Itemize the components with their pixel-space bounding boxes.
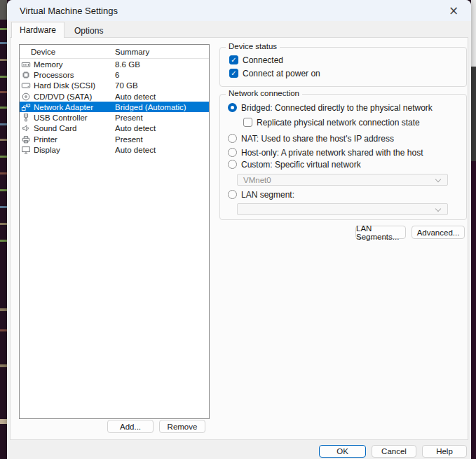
connected-label: Connected bbox=[243, 55, 283, 65]
custom-network-select-value: VMnet0 bbox=[243, 176, 271, 184]
device-status-group: Device status ✓ Connected ✓ Connect at p… bbox=[219, 47, 467, 87]
processor-icon bbox=[21, 70, 32, 80]
connect-at-power-on-label: Connect at power on bbox=[243, 69, 320, 78]
custom-radio-row: Custom: Specific virtual network bbox=[228, 159, 361, 170]
connected-checkbox[interactable]: ✓ bbox=[229, 55, 238, 64]
lan-segments-button[interactable]: LAN Segments... bbox=[355, 226, 406, 239]
network-connection-group: Network connection Bridged: Connected di… bbox=[219, 94, 467, 220]
dialog-footer: OK Cancel Help bbox=[7, 440, 471, 459]
printer-icon bbox=[21, 135, 32, 144]
hardware-tab-page: Device Summary Memory8.6 GBProcessors6Ha… bbox=[10, 37, 468, 440]
titlebar: Virtual Machine Settings × bbox=[7, 0, 471, 21]
lan-segment-radio[interactable] bbox=[228, 190, 237, 199]
device-name: Printer bbox=[34, 135, 57, 144]
check-icon: ✓ bbox=[230, 69, 238, 77]
host-only-radio-row: Host-only: A private network shared with… bbox=[228, 147, 423, 158]
device-list-header: Device Summary bbox=[20, 45, 209, 59]
bridged-label: Bridged: Connected directly to the physi… bbox=[241, 103, 433, 113]
display-icon bbox=[21, 145, 32, 155]
replicate-checkbox-row: ✓ Replicate physical network connection … bbox=[243, 117, 420, 128]
tab-strip: Hardware Options bbox=[11, 23, 113, 38]
virtual-machine-settings-dialog: Virtual Machine Settings × Hardware Opti… bbox=[7, 0, 471, 459]
network-connection-group-label: Network connection bbox=[226, 89, 302, 97]
device-summary: 70 GB bbox=[115, 81, 138, 90]
connected-checkbox-row: ✓ Connected bbox=[229, 55, 283, 65]
connect-at-power-on-checkbox-row: ✓ Connect at power on bbox=[229, 68, 320, 78]
device-row[interactable]: Memory8.6 GB bbox=[20, 59, 209, 69]
device-summary: Auto detect bbox=[115, 146, 156, 154]
device-row[interactable]: Hard Disk (SCSI)70 GB bbox=[20, 81, 209, 91]
window-title: Virtual Machine Settings bbox=[7, 6, 118, 16]
device-name: CD/DVD (SATA) bbox=[34, 93, 92, 101]
device-row[interactable]: Sound CardAuto detect bbox=[20, 123, 209, 134]
device-name: Network Adapter bbox=[34, 103, 93, 111]
device-name: Hard Disk (SCSI) bbox=[34, 81, 95, 90]
column-header-summary[interactable]: Summary bbox=[115, 48, 149, 56]
background-right-strip bbox=[471, 0, 476, 459]
device-status-group-label: Device status bbox=[226, 42, 280, 50]
usb-icon bbox=[21, 113, 32, 123]
device-name: USB Controller bbox=[34, 114, 88, 122]
device-row[interactable]: Network AdapterBridged (Automatic) bbox=[20, 102, 209, 112]
cancel-button[interactable]: Cancel bbox=[372, 445, 416, 458]
device-summary: Auto detect bbox=[115, 124, 156, 132]
device-row[interactable]: USB ControllerPresent bbox=[20, 112, 209, 123]
host-only-radio[interactable] bbox=[228, 148, 237, 157]
lan-segment-radio-row: LAN segment: bbox=[228, 189, 294, 200]
device-name: Display bbox=[34, 146, 60, 154]
help-button[interactable]: Help bbox=[422, 445, 467, 458]
chevron-down-icon bbox=[435, 206, 441, 212]
custom-radio[interactable] bbox=[228, 160, 237, 169]
device-name: Memory bbox=[34, 60, 63, 69]
sound-icon bbox=[21, 123, 32, 133]
device-row[interactable]: CD/DVD (SATA)Auto detect bbox=[20, 91, 209, 102]
custom-network-select[interactable]: VMnet0 bbox=[237, 174, 448, 186]
advanced-button[interactable]: Advanced... bbox=[412, 226, 465, 239]
device-summary: Present bbox=[115, 135, 143, 144]
device-row[interactable]: DisplayAuto detect bbox=[20, 144, 209, 155]
lan-segment-select[interactable] bbox=[237, 203, 448, 215]
replicate-label: Replicate physical network connection st… bbox=[257, 118, 420, 128]
device-name: Sound Card bbox=[34, 124, 76, 132]
device-summary: 8.6 GB bbox=[115, 60, 140, 69]
hard-disk-icon bbox=[21, 81, 32, 90]
custom-label: Custom: Specific virtual network bbox=[241, 160, 361, 170]
replicate-checkbox[interactable]: ✓ bbox=[243, 118, 252, 127]
bridged-radio[interactable] bbox=[228, 103, 237, 112]
device-summary: Present bbox=[115, 114, 143, 122]
cd-dvd-icon bbox=[21, 92, 32, 102]
device-row[interactable]: Processors6 bbox=[20, 69, 209, 80]
chevron-down-icon bbox=[435, 177, 441, 182]
background-left-strip bbox=[0, 0, 7, 459]
network-adapter-icon bbox=[21, 102, 32, 112]
host-only-label: Host-only: A private network shared with… bbox=[241, 148, 423, 158]
device-list: Device Summary Memory8.6 GBProcessors6Ha… bbox=[19, 44, 210, 419]
ok-button[interactable]: OK bbox=[319, 445, 366, 458]
device-list-rows: Memory8.6 GBProcessors6Hard Disk (SCSI)7… bbox=[20, 59, 209, 156]
add-button[interactable]: Add... bbox=[107, 420, 154, 433]
nat-label: NAT: Used to share the host's IP address bbox=[241, 134, 394, 144]
screen: Virtual Machine Settings × Hardware Opti… bbox=[0, 0, 476, 459]
tab-hardware[interactable]: Hardware bbox=[11, 22, 64, 38]
connect-at-power-on-checkbox[interactable]: ✓ bbox=[229, 69, 238, 78]
close-icon[interactable]: × bbox=[440, 1, 467, 20]
column-header-device[interactable]: Device bbox=[20, 48, 55, 56]
device-summary: 6 bbox=[115, 71, 119, 79]
nat-radio[interactable] bbox=[228, 134, 237, 143]
remove-button[interactable]: Remove bbox=[159, 420, 205, 433]
tab-options[interactable]: Options bbox=[66, 23, 111, 38]
nat-radio-row: NAT: Used to share the host's IP address bbox=[228, 133, 394, 144]
device-name: Processors bbox=[34, 71, 74, 79]
lan-segment-label: LAN segment: bbox=[241, 190, 294, 200]
memory-icon bbox=[21, 60, 32, 69]
check-icon: ✓ bbox=[230, 56, 238, 64]
bridged-radio-row: Bridged: Connected directly to the physi… bbox=[228, 102, 433, 113]
device-summary: Auto detect bbox=[115, 93, 156, 101]
device-row[interactable]: PrinterPresent bbox=[20, 134, 209, 144]
device-summary: Bridged (Automatic) bbox=[115, 103, 186, 111]
